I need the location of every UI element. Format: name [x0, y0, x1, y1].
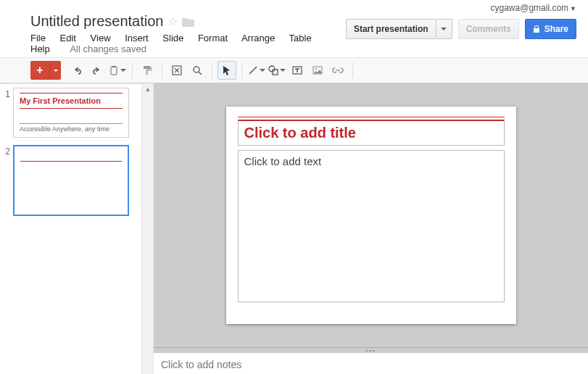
svg-rect-2 [144, 66, 150, 69]
shape-tool-button[interactable] [268, 61, 286, 80]
slide-thumbnail-1[interactable]: My First Presentation Accessible Anywher… [13, 88, 129, 138]
svg-rect-0 [111, 67, 117, 75]
plus-icon: + [30, 61, 49, 80]
separator [212, 62, 212, 78]
link-tool-button[interactable] [328, 61, 347, 80]
textbox-icon [292, 65, 302, 75]
link-icon [332, 67, 344, 74]
thumb-title: My First Presentation [20, 93, 123, 109]
scroll-up-icon: ▲ [142, 83, 154, 95]
textbox-tool-button[interactable] [288, 61, 307, 80]
chevron-down-icon [120, 69, 126, 72]
menu-file[interactable]: File [30, 33, 46, 43]
menu-edit[interactable]: Edit [60, 33, 76, 43]
separator [162, 62, 162, 78]
chevron-down-icon [260, 69, 265, 72]
menu-view[interactable]: View [91, 33, 111, 43]
menu-format[interactable]: Format [198, 33, 228, 43]
undo-icon [72, 65, 82, 75]
line-icon [248, 65, 258, 75]
separator [352, 62, 353, 78]
svg-point-9 [315, 68, 317, 70]
new-slide-dropdown[interactable] [49, 61, 61, 80]
start-presentation-button[interactable]: Start presentation [346, 19, 436, 39]
chevron-down-icon [280, 69, 286, 72]
folder-icon[interactable] [182, 17, 195, 27]
start-presentation-dropdown[interactable] [436, 19, 452, 39]
svg-point-4 [194, 67, 199, 72]
notes-placeholder: Click to add notes [161, 359, 241, 370]
separator [132, 62, 133, 78]
share-label: Share [544, 20, 568, 38]
menu-arrange[interactable]: Arrange [241, 33, 275, 43]
chevron-down-icon: ▼ [570, 5, 576, 12]
shape-icon [268, 65, 278, 75]
image-tool-button[interactable] [308, 61, 327, 80]
lock-icon [533, 25, 540, 33]
slide-body-box[interactable]: Click to add text [238, 150, 505, 302]
chevron-down-icon [441, 28, 447, 30]
speaker-notes[interactable]: Click to add notes [154, 353, 588, 374]
paint-roller-icon [142, 65, 152, 75]
paint-format-button[interactable] [138, 61, 157, 80]
toolbar: + [0, 57, 588, 83]
document-title[interactable]: Untitled presentation [30, 13, 163, 30]
thumb-number: 1 [3, 89, 13, 99]
slide-body-placeholder: Click to add text [244, 155, 322, 167]
zoom-fit-button[interactable] [167, 61, 186, 80]
share-button[interactable]: Share [525, 19, 576, 39]
line-tool-button[interactable] [247, 61, 266, 80]
cursor-icon [223, 65, 231, 75]
separator [241, 62, 242, 78]
redo-button[interactable] [88, 61, 107, 80]
sidebar-scrollbar[interactable]: ▲ [142, 83, 154, 374]
menu-table[interactable]: Table [289, 33, 312, 43]
menu-help[interactable]: Help [30, 43, 50, 54]
svg-point-5 [269, 66, 275, 72]
star-icon[interactable]: ☆ [167, 14, 178, 28]
menu-bar: File Edit View Insert Slide Format Arran… [30, 33, 346, 54]
svg-rect-1 [112, 66, 115, 67]
slide-panel: 1 My First Presentation Accessible Anywh… [0, 83, 142, 374]
thumb-subtitle: Accessible Anywhere, any time [20, 123, 123, 133]
clipboard-icon [109, 65, 119, 75]
comments-button[interactable]: Comments [458, 19, 519, 39]
zoom-icon [192, 65, 202, 75]
thumb-number: 2 [3, 146, 13, 157]
notes-resize-handle[interactable]: ••• [154, 347, 588, 353]
redo-icon [92, 65, 102, 75]
menu-slide[interactable]: Slide [162, 33, 183, 43]
svg-rect-6 [273, 70, 278, 75]
slide-title-placeholder: Click to add title [244, 125, 498, 141]
account-email: cygawa@gmail.com [491, 3, 569, 13]
save-status: All changes saved [70, 43, 146, 54]
current-slide: Click to add title Click to add text [226, 107, 516, 324]
slide-canvas[interactable]: Click to add title Click to add text [154, 83, 588, 347]
image-icon [312, 65, 323, 75]
new-slide-button[interactable]: + [30, 61, 61, 80]
slide-thumbnail-2[interactable] [13, 145, 129, 216]
fit-icon [172, 65, 182, 75]
paste-button[interactable] [108, 61, 127, 80]
account-menu[interactable]: cygawa@gmail.com▼ [0, 0, 588, 13]
zoom-button[interactable] [188, 61, 207, 80]
slide-title-box[interactable]: Click to add title [238, 120, 505, 146]
undo-button[interactable] [67, 61, 86, 80]
select-tool-button[interactable] [218, 61, 236, 80]
menu-insert[interactable]: Insert [125, 33, 149, 43]
